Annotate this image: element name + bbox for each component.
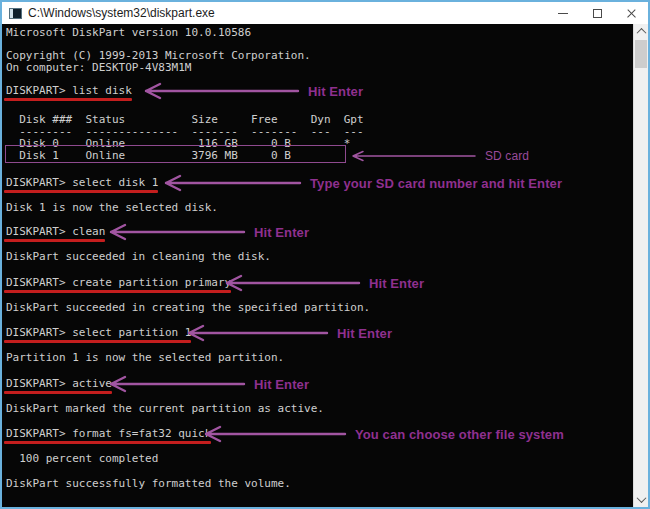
- console-window-icon: [9, 8, 22, 19]
- red-underline: [4, 190, 158, 193]
- red-underline: [4, 98, 132, 101]
- red-underline: [4, 340, 191, 343]
- annotation-sd-card: SD card: [350, 147, 529, 165]
- console-command-format: DISKPART> format fs=fat32 quick: [6, 428, 211, 440]
- red-underline: [4, 391, 112, 394]
- left-arrow-icon: [224, 274, 362, 292]
- console-line: Partition 1 is now the selected partitio…: [6, 352, 284, 364]
- annotation-list-disk: Hit Enter: [143, 82, 363, 100]
- console-line: DiskPart successfully formatted the volu…: [6, 478, 291, 490]
- chevron-down-icon: [636, 493, 646, 503]
- diskpart-window: C:\Windows\system32\diskpart.exe Microso…: [0, 0, 650, 509]
- scroll-down-button[interactable]: [634, 492, 648, 507]
- annotation-active: Hit Enter: [108, 375, 309, 393]
- sd-card-highlight-box: [5, 145, 346, 163]
- minimize-button[interactable]: [546, 2, 580, 24]
- red-underline: [4, 441, 211, 444]
- left-arrow-icon: [350, 147, 478, 165]
- annotation-format: You can choose other file system: [203, 425, 564, 443]
- annotation-select-partition: Hit Enter: [186, 324, 392, 342]
- console-command-active: DISKPART> active: [6, 378, 112, 390]
- left-arrow-icon: [163, 174, 303, 192]
- window-controls: [546, 2, 648, 24]
- console-line: 100 percent completed: [6, 453, 158, 465]
- red-underline: [4, 290, 231, 293]
- left-arrow-icon: [203, 425, 348, 443]
- console-line: On computer: DESKTOP-4V83M1M: [6, 62, 191, 74]
- maximize-button[interactable]: [580, 2, 614, 24]
- scrollbar-thumb[interactable]: [635, 40, 647, 68]
- window-title: C:\Windows\system32\diskpart.exe: [28, 2, 546, 24]
- annotation-select-disk: Type your SD card number and hit Enter: [163, 174, 562, 192]
- console-line: Disk 1 is now the selected disk.: [6, 202, 218, 214]
- console-command-select-partition: DISKPART> select partition 1: [6, 327, 191, 339]
- red-underline: [4, 239, 105, 242]
- console-line: Microsoft DiskPart version 10.0.10586: [6, 27, 251, 39]
- left-arrow-icon: [108, 375, 247, 393]
- console-command-list-disk: DISKPART> list disk: [6, 85, 132, 97]
- console-line: DiskPart succeeded in creating the speci…: [6, 302, 370, 314]
- maximize-icon: [593, 9, 602, 18]
- close-button[interactable]: [614, 2, 648, 24]
- close-icon: [626, 8, 637, 19]
- minimize-icon: [558, 13, 568, 14]
- vertical-scrollbar[interactable]: [633, 24, 648, 507]
- annotation-create-partition: Hit Enter: [224, 274, 424, 292]
- console-output-area[interactable]: Microsoft DiskPart version 10.0.10586 Co…: [2, 24, 633, 507]
- console-line: DiskPart succeeded in cleaning the disk.: [6, 251, 271, 263]
- console-command-select-disk: DISKPART> select disk 1: [6, 177, 158, 189]
- left-arrow-icon: [108, 223, 247, 241]
- left-arrow-icon: [143, 82, 301, 100]
- left-arrow-icon: [186, 324, 330, 342]
- console-line: DiskPart marked the current partition as…: [6, 403, 324, 415]
- annotation-clean: Hit Enter: [108, 223, 309, 241]
- console-command-create-partition: DISKPART> create partition primary: [6, 277, 231, 289]
- console-command-clean: DISKPART> clean: [6, 226, 105, 238]
- title-bar[interactable]: C:\Windows\system32\diskpart.exe: [2, 2, 648, 24]
- chevron-up-icon: [636, 28, 646, 38]
- scroll-up-button[interactable]: [634, 24, 648, 39]
